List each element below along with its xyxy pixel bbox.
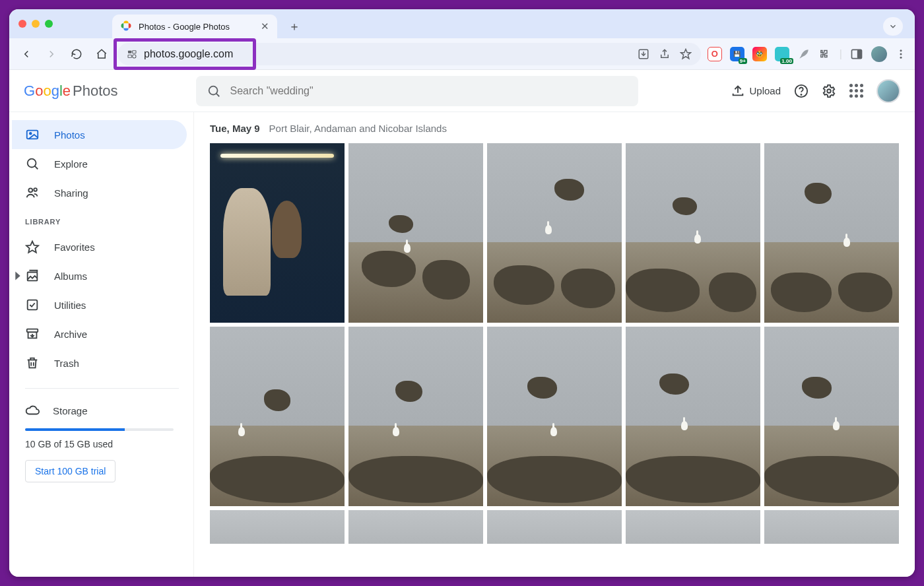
sidebar-item-albums[interactable]: Albums [12, 261, 187, 290]
photo-thumbnail[interactable] [210, 510, 345, 544]
nav-home-button[interactable] [92, 45, 111, 63]
sidebar-item-label: Explore [54, 158, 88, 170]
url-text: photos.google.com [144, 48, 233, 60]
svg-rect-25 [28, 300, 38, 310]
group-date: Tue, May 9 [210, 123, 260, 134]
sharing-people-icon [25, 185, 40, 200]
photo-thumbnail[interactable] [487, 143, 622, 323]
sidebar-item-photos[interactable]: Photos [12, 120, 187, 149]
tab-favicon-google-photos-icon [120, 20, 132, 34]
tab-title: Photos - Google Photos [139, 22, 230, 32]
svg-point-18 [28, 159, 36, 168]
upload-button[interactable]: Upload [731, 84, 781, 98]
photo-thumbnail[interactable] [487, 327, 622, 506]
storage-label: Storage [53, 405, 88, 416]
bookmark-star-icon[interactable] [680, 48, 692, 60]
extension-opera-icon[interactable]: O [708, 47, 722, 61]
nav-reload-button[interactable] [67, 45, 86, 63]
svg-point-14 [801, 94, 801, 94]
svg-point-17 [30, 133, 32, 135]
photo-thumbnail[interactable] [487, 510, 622, 544]
browser-profile-avatar[interactable] [871, 46, 887, 62]
sidebar-item-explore[interactable]: Explore [12, 149, 187, 178]
logo-product-text: Photos [73, 82, 118, 100]
extension-4-icon[interactable]: 1.00 [775, 47, 789, 61]
search-input[interactable] [230, 85, 628, 97]
svg-point-20 [28, 188, 32, 192]
extensions-row: O 9+💾 🥸 1.00 | [708, 46, 907, 62]
sidebar-item-utilities[interactable]: Utilities [12, 290, 187, 319]
browser-tab[interactable]: Photos - Google Photos ✕ [112, 15, 277, 38]
photo-thumbnail[interactable] [210, 143, 345, 323]
new-tab-button[interactable]: ＋ [285, 17, 304, 36]
site-settings-icon[interactable] [127, 49, 137, 59]
sidebar-item-label: Utilities [54, 300, 86, 311]
search-bar[interactable] [196, 76, 638, 106]
trash-icon [25, 356, 40, 370]
sidebar-item-storage[interactable]: Storage [25, 403, 174, 418]
photo-thumbnail[interactable] [348, 327, 483, 506]
settings-gear-icon[interactable] [822, 84, 836, 98]
photo-thumbnail[interactable] [764, 327, 899, 506]
side-panel-icon[interactable] [850, 48, 863, 61]
google-photos-logo[interactable]: Google Photos [24, 82, 118, 100]
extension-feather-icon[interactable] [797, 48, 810, 61]
window-minimize-button[interactable] [32, 20, 40, 28]
account-avatar[interactable] [876, 79, 900, 103]
svg-rect-26 [27, 329, 38, 333]
browser-toolbar: photos.google.com O 9+💾 🥸 1.00 | [9, 38, 915, 70]
svg-marker-23 [15, 272, 20, 280]
extensions-puzzle-icon[interactable] [818, 48, 832, 61]
photo-grid [210, 143, 899, 544]
browser-tab-strip: Photos - Google Photos ✕ ＋ [9, 9, 915, 38]
photo-thumbnail[interactable] [764, 510, 899, 544]
sidebar-item-archive[interactable]: Archive [12, 319, 187, 348]
svg-rect-1 [133, 50, 136, 53]
browser-menu-icon[interactable] [895, 48, 907, 60]
photo-thumbnail[interactable] [626, 327, 760, 506]
cloud-icon [25, 403, 40, 418]
sidebar-item-trash[interactable]: Trash [12, 348, 187, 377]
upload-label: Upload [749, 85, 781, 96]
svg-marker-22 [26, 242, 38, 253]
photo-thumbnail[interactable] [348, 143, 483, 323]
start-trial-button[interactable]: Start 100 GB trial [25, 460, 116, 482]
sidebar-item-favorites[interactable]: Favorites [12, 232, 187, 261]
sidebar-item-label: Albums [54, 271, 87, 282]
photo-thumbnail[interactable] [626, 143, 760, 323]
sidebar: Photos Explore Sharing LIBRARY Favorites [9, 112, 194, 577]
svg-rect-16 [27, 131, 38, 139]
google-apps-icon[interactable] [849, 84, 863, 98]
svg-line-12 [216, 93, 219, 96]
help-icon[interactable] [794, 84, 808, 98]
app-header: Google Photos Upload [9, 70, 915, 112]
install-app-icon[interactable] [638, 48, 649, 60]
svg-line-19 [35, 166, 38, 170]
sidebar-item-sharing[interactable]: Sharing [12, 178, 187, 207]
utilities-icon [25, 298, 40, 312]
photo-thumbnail[interactable] [626, 510, 760, 544]
svg-point-8 [900, 49, 902, 51]
nav-forward-button[interactable] [42, 45, 61, 63]
sidebar-section-label: LIBRARY [12, 207, 187, 232]
address-bar[interactable]: photos.google.com [117, 43, 701, 65]
extension-save-icon[interactable]: 9+💾 [730, 47, 744, 61]
svg-point-3 [133, 54, 136, 57]
photos-icon [25, 127, 40, 142]
tab-close-icon[interactable]: ✕ [261, 20, 269, 32]
photo-thumbnail[interactable] [764, 143, 899, 323]
window-zoom-button[interactable] [45, 20, 53, 28]
share-icon[interactable] [659, 48, 671, 60]
star-icon [25, 240, 40, 254]
storage-bar [25, 428, 174, 431]
google-photos-app: Google Photos Upload [9, 70, 915, 577]
tab-search-dropdown[interactable] [883, 17, 903, 36]
nav-back-button[interactable] [17, 45, 36, 63]
photo-thumbnail[interactable] [348, 510, 483, 544]
photo-thumbnail[interactable] [210, 327, 345, 506]
storage-bar-fill [25, 428, 125, 431]
window-close-button[interactable] [18, 20, 26, 28]
archive-icon [25, 327, 40, 341]
sidebar-item-label: Trash [54, 358, 79, 369]
extension-3-icon[interactable]: 🥸 [752, 47, 767, 61]
